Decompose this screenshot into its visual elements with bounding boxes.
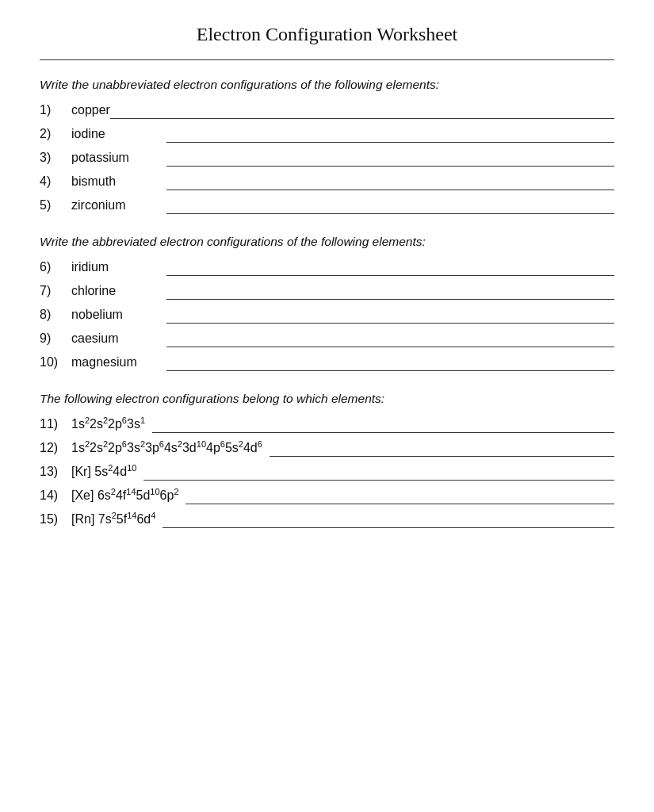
question-4-row: 4) bismuth (40, 174, 614, 190)
q14-answer-line[interactable] (185, 488, 614, 504)
q5-label: zirconium (71, 198, 166, 214)
q6-num: 6) (40, 260, 71, 276)
q7-answer-line[interactable] (166, 284, 614, 300)
q13-config: [Kr] 5s24d10 (71, 465, 136, 481)
question-5-row: 5) zirconium (40, 198, 614, 214)
q7-num: 7) (40, 284, 71, 300)
question-13-row: 13) [Kr] 5s24d10 (40, 465, 614, 481)
question-2-row: 2) iodine (40, 127, 614, 143)
q11-num: 11) (40, 417, 71, 433)
question-14-row: 14) [Xe] 6s24f145d106p2 (40, 488, 614, 504)
q3-answer-line[interactable] (166, 151, 614, 167)
question-8-row: 8) nobelium (40, 308, 614, 324)
question-3-row: 3) potassium (40, 151, 614, 167)
section1-questions: 1) copper 2) iodine 3) potassium 4) bism… (40, 103, 614, 214)
q4-num: 4) (40, 174, 71, 190)
q5-num: 5) (40, 198, 71, 214)
question-10-row: 10) magnesium (40, 355, 614, 371)
q13-answer-line[interactable] (143, 465, 614, 481)
q2-answer-line[interactable] (166, 127, 614, 143)
q11-answer-line[interactable] (152, 417, 614, 433)
q9-label: caesium (71, 331, 166, 347)
q12-config: 1s22s22p63s23p64s23d104p65s24d6 (71, 441, 262, 457)
q2-label: iodine (71, 127, 166, 143)
q12-num: 12) (40, 441, 71, 457)
q13-num: 13) (40, 465, 71, 481)
section3-instruction: The following electron configurations be… (40, 392, 614, 406)
q8-num: 8) (40, 308, 71, 324)
q1-label: copper (71, 103, 110, 119)
section1-instruction: Write the unabbreviated electron configu… (40, 78, 614, 92)
q3-label: potassium (71, 151, 166, 167)
q5-answer-line[interactable] (166, 198, 614, 214)
q3-num: 3) (40, 151, 71, 167)
q8-answer-line[interactable] (166, 308, 614, 324)
question-9-row: 9) caesium (40, 331, 614, 347)
q11-config: 1s22s22p63s1 (71, 417, 145, 433)
title-divider (40, 59, 614, 60)
question-7-row: 7) chlorine (40, 284, 614, 300)
page-title: Electron Configuration Worksheet (40, 24, 614, 52)
section2-questions: 6) iridium 7) chlorine 8) nobelium 9) ca… (40, 260, 614, 371)
q15-num: 15) (40, 512, 71, 528)
q10-num: 10) (40, 355, 71, 371)
q9-answer-line[interactable] (166, 331, 614, 347)
q14-num: 14) (40, 488, 71, 504)
q1-num: 1) (40, 103, 71, 119)
q7-label: chlorine (71, 284, 166, 300)
q15-config: [Rn] 7s25f146d4 (71, 512, 155, 528)
q9-num: 9) (40, 331, 71, 347)
q6-label: iridium (71, 260, 166, 276)
q8-label: nobelium (71, 308, 166, 324)
q15-answer-line[interactable] (163, 512, 614, 528)
q6-answer-line[interactable] (166, 260, 614, 276)
q1-answer-line[interactable] (110, 103, 614, 119)
question-15-row: 15) [Rn] 7s25f146d4 (40, 512, 614, 528)
q12-answer-line[interactable] (270, 441, 614, 457)
question-12-row: 12) 1s22s22p63s23p64s23d104p65s24d6 (40, 441, 614, 457)
q2-num: 2) (40, 127, 71, 143)
q4-label: bismuth (71, 174, 166, 190)
q4-answer-line[interactable] (166, 174, 614, 190)
question-11-row: 11) 1s22s22p63s1 (40, 417, 614, 433)
question-1-row: 1) copper (40, 103, 614, 119)
section3-questions: 11) 1s22s22p63s1 12) 1s22s22p63s23p64s23… (40, 417, 614, 528)
q10-answer-line[interactable] (166, 355, 614, 371)
q10-label: magnesium (71, 355, 166, 371)
question-6-row: 6) iridium (40, 260, 614, 276)
section2-instruction: Write the abbreviated electron configura… (40, 235, 614, 249)
q14-config: [Xe] 6s24f145d106p2 (71, 488, 179, 504)
